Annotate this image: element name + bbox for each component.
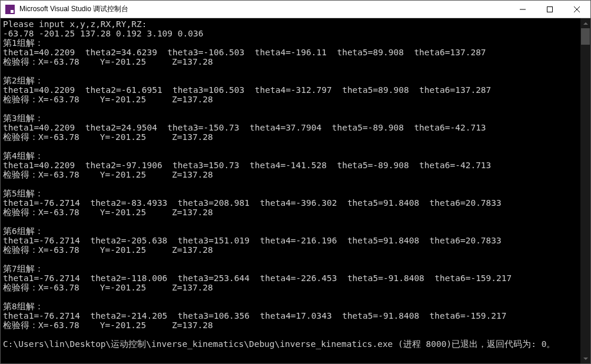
scrollbar-down-button[interactable] [580,353,590,363]
group-verify: 检验得：X=-63.78 Y=-201.25 Z=137.28 [3,245,213,255]
group-label: 第3组解： [3,113,44,123]
group-label: 第4组解： [3,151,44,161]
group-label: 第5组解： [3,189,44,198]
group-label: 第6组解： [3,226,44,236]
console-content[interactable]: Please input x,y,z,RX,RY,RZ: -63.78 -201… [1,18,580,363]
group-theta: theta1=-76.2714 theta2=-205.638 theta3=1… [3,236,502,245]
group-verify: 检验得：X=-63.78 Y=-201.25 Z=137.28 [3,208,213,217]
group-label: 第7组解： [3,264,44,273]
group-theta: theta1=-76.2714 theta2=-118.006 theta3=2… [3,273,512,283]
group-theta: theta1=40.2209 theta2=-61.6951 theta3=10… [3,85,491,95]
console-prompt: Please input x,y,z,RX,RY,RZ: [3,19,147,29]
group-label: 第2组解： [3,76,44,85]
group-theta: theta1=-76.2714 theta2=-214.205 theta3=1… [3,311,507,320]
group-verify: 检验得：X=-63.78 Y=-201.25 Z=137.28 [3,320,213,330]
group-label: 第8组解： [3,302,44,311]
app-icon [5,5,15,14]
titlebar-buttons [509,1,590,18]
group-theta: theta1=-76.2714 theta2=-83.4933 theta3=2… [3,198,502,208]
group-theta: theta1=40.2209 theta2=-97.1906 theta3=15… [3,161,491,170]
window-titlebar: Microsoft Visual Studio 调试控制台 [1,1,590,18]
scrollbar-up-button[interactable] [580,18,590,28]
group-verify: 检验得：X=-63.78 Y=-201.25 Z=137.28 [3,283,213,292]
scrollbar-thumb[interactable] [581,28,590,45]
group-verify: 检验得：X=-63.78 Y=-201.25 Z=137.28 [3,132,213,142]
group-label: 第1组解： [3,38,44,48]
group-verify: 检验得：X=-63.78 Y=-201.25 Z=137.28 [3,57,213,66]
svg-rect-1 [547,6,553,12]
group-verify: 检验得：X=-63.78 Y=-201.25 Z=137.28 [3,95,213,104]
close-button[interactable] [563,1,590,18]
group-verify: 检验得：X=-63.78 Y=-201.25 Z=137.28 [3,170,213,179]
window-title: Microsoft Visual Studio 调试控制台 [18,4,509,14]
console-input: -63.78 -201.25 137.28 0.192 3.109 0.036 [3,29,203,38]
console-area: Please input x,y,z,RX,RY,RZ: -63.78 -201… [1,18,590,363]
vertical-scrollbar[interactable] [580,18,590,363]
group-theta: theta1=40.2209 theta2=34.6239 theta3=-10… [3,48,486,57]
maximize-button[interactable] [536,1,563,18]
console-exit: C:\Users\lin\Desktop\运动控制\inverse_kinema… [3,339,555,349]
group-theta: theta1=40.2209 theta2=24.9504 theta3=-15… [3,123,486,132]
minimize-button[interactable] [509,1,536,18]
